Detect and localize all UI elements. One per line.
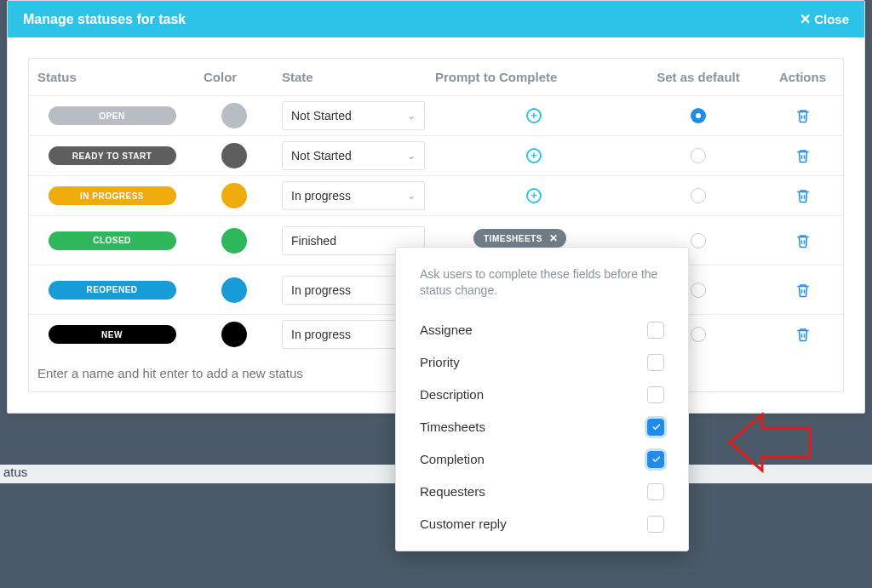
popover-item-label: Assignee [420, 323, 473, 337]
popover-item[interactable]: Priority [420, 346, 664, 379]
delete-button[interactable] [795, 283, 811, 298]
color-swatch[interactable] [221, 103, 247, 128]
color-swatch[interactable] [221, 183, 247, 208]
status-pill[interactable]: READY TO START [49, 146, 176, 165]
chevron-down-icon: ⌄ [407, 150, 416, 162]
status-pill-label: CLOSED [93, 236, 131, 245]
state-select[interactable]: Not Started ⌄ [282, 141, 425, 170]
popover-description: Ask users to complete these fields befor… [420, 266, 664, 299]
status-pill-label: READY TO START [72, 151, 152, 161]
color-swatch[interactable] [221, 322, 247, 347]
table-row: READY TO START Not Started ⌄ [29, 136, 843, 176]
default-radio[interactable] [691, 108, 706, 123]
delete-button[interactable] [795, 327, 811, 342]
close-label: Close [814, 12, 849, 26]
prompt-add-button[interactable] [526, 148, 542, 163]
prompt-fields-popover: Ask users to complete these fields befor… [395, 247, 689, 551]
status-pill-label: OPEN [99, 111, 124, 121]
popover-item[interactable]: Timesheets [420, 411, 664, 443]
col-header-default: Set as default [634, 65, 762, 89]
status-pill-label: REOPENED [86, 285, 137, 294]
default-radio[interactable] [691, 327, 706, 342]
state-select[interactable]: Not Started ⌄ [282, 101, 425, 130]
chevron-down-icon: ⌄ [407, 110, 416, 122]
status-pill[interactable]: REOPENED [49, 281, 176, 300]
popover-item[interactable]: Customer reply [420, 508, 664, 540]
default-radio[interactable] [691, 188, 706, 203]
prompt-tag-remove-icon[interactable]: ✕ [548, 232, 559, 244]
color-swatch[interactable] [221, 228, 247, 254]
state-select-value: Finished [291, 234, 336, 248]
modal-title: Manage statuses for task [23, 12, 186, 27]
popover-item-label: Timesheets [420, 420, 485, 434]
status-pill[interactable]: CLOSED [49, 231, 176, 250]
delete-button[interactable] [795, 188, 811, 203]
annotation-arrow [728, 404, 813, 484]
popover-item-checkbox[interactable] [647, 419, 664, 436]
color-swatch[interactable] [221, 277, 247, 303]
col-header-state: State [273, 65, 427, 89]
prompt-tag-timesheets: TIMESHEETS ✕ [473, 229, 566, 248]
state-select-value: In progress [291, 328, 351, 341]
delete-button[interactable] [795, 148, 811, 163]
status-pill-label: IN PROGRESS [80, 191, 144, 201]
state-select-value: In progress [291, 283, 351, 297]
status-pill-label: NEW [101, 330, 123, 340]
col-header-actions: Actions [762, 65, 843, 89]
close-icon: ✕ [800, 11, 811, 27]
default-radio[interactable] [691, 148, 706, 163]
popover-item[interactable]: Assignee [420, 314, 664, 346]
popover-item-checkbox[interactable] [647, 451, 664, 468]
state-select-value: Not Started [291, 149, 352, 163]
color-swatch[interactable] [221, 143, 247, 168]
popover-item-label: Requesters [420, 484, 485, 499]
popover-item-checkbox[interactable] [647, 516, 664, 533]
popover-item-checkbox[interactable] [647, 386, 664, 403]
status-pill[interactable]: NEW [49, 325, 176, 344]
popover-item-label: Description [420, 387, 484, 402]
popover-item-label: Priority [420, 355, 460, 369]
modal-header: Manage statuses for task ✕ Close [8, 1, 864, 37]
state-select-value: Not Started [291, 109, 352, 123]
popover-item[interactable]: Requesters [420, 476, 664, 508]
popover-item-checkbox[interactable] [647, 354, 664, 371]
col-header-color: Color [195, 65, 273, 89]
close-button[interactable]: ✕ Close [800, 11, 849, 27]
delete-button[interactable] [795, 233, 811, 248]
prompt-add-button[interactable] [526, 188, 542, 203]
popover-item-label: Completion [420, 452, 485, 466]
popover-item-checkbox[interactable] [647, 322, 664, 339]
prompt-tag-label: TIMESHEETS [484, 234, 542, 243]
table-row: OPEN Not Started ⌄ [29, 96, 843, 136]
col-header-prompt: Prompt to Complete [427, 65, 634, 89]
state-select-value: In progress [291, 189, 351, 203]
delete-button[interactable] [795, 108, 811, 123]
table-row: IN PROGRESS In progress ⌄ [29, 176, 843, 216]
popover-item-checkbox[interactable] [647, 483, 664, 500]
prompt-add-button[interactable] [526, 108, 542, 123]
chevron-down-icon: ⌄ [407, 190, 416, 202]
status-pill[interactable]: IN PROGRESS [49, 186, 176, 205]
default-radio[interactable] [691, 233, 706, 248]
popover-item-label: Customer reply [420, 517, 507, 531]
col-header-status: Status [29, 65, 195, 89]
status-pill[interactable]: OPEN [49, 106, 176, 125]
popover-item[interactable]: Completion [420, 443, 664, 476]
popover-item[interactable]: Description [420, 379, 664, 411]
table-header: Status Color State Prompt to Complete Se… [29, 59, 843, 96]
state-select[interactable]: In progress ⌄ [282, 181, 425, 210]
default-radio[interactable] [691, 283, 706, 298]
